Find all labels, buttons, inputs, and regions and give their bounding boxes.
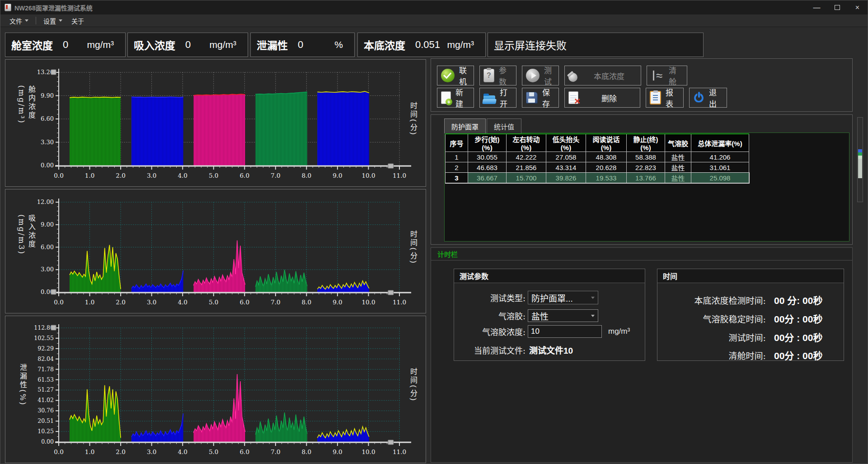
baseline-button[interactable]: 本底浓度 (564, 66, 641, 85)
svg-text:1.0: 1.0 (85, 448, 94, 455)
svg-text:82.04: 82.04 (38, 355, 54, 362)
table-row[interactable]: 336.66715.70039.82619.53313.766盐性25.098 (446, 173, 749, 183)
tab-bar: 防护面罩统计值 (444, 118, 522, 133)
chevron-down-icon (591, 315, 595, 317)
aerosol-concentration-input[interactable] (528, 325, 602, 338)
chevron-down-icon (591, 297, 595, 299)
svg-text:3.00: 3.00 (41, 266, 54, 273)
svg-text:5.0: 5.0 (209, 448, 218, 455)
table-cell: 25.098 (691, 173, 749, 183)
table-row[interactable]: 246.68321.85643.31420.62822.823盐性31.061 (446, 162, 749, 173)
params-button[interactable]: 参数 (479, 66, 516, 85)
menu-about[interactable]: 关于 (67, 15, 89, 27)
report-button[interactable]: 报表 (646, 88, 684, 108)
svg-text:3.0: 3.0 (147, 448, 156, 455)
table-cell: 43.314 (546, 162, 586, 173)
clean-icon (651, 69, 664, 82)
time-row-3: 清舱时间:00分 : 00秒 (657, 348, 844, 362)
menu-bar: 文件设置关于 (0, 14, 868, 27)
minimize-button[interactable]: — (807, 0, 827, 14)
menu-file[interactable]: 文件 (5, 15, 33, 27)
time-row-2: 测试时间:00分 : 00秒 (657, 330, 844, 344)
time-row-0-label: 本底浓度检测时间: (657, 294, 766, 306)
tab-stats[interactable]: 统计值 (487, 118, 521, 133)
tab-mask[interactable]: 防护面罩 (444, 118, 486, 133)
toolbar: 联机参数测试本底浓度清舱 新建打开保存删除报表退出 (431, 58, 853, 112)
open-button-label: 打开 (495, 86, 516, 109)
new-button[interactable]: 新建 (437, 88, 474, 108)
svg-text:1.0: 1.0 (85, 172, 94, 179)
status-row: 舱室浓度0mg/m³吸入浓度0mg/m³泄漏性0%本底浓度0.051mg/m³显… (5, 33, 704, 57)
svg-text:6.0: 6.0 (240, 172, 249, 179)
menu-separator (36, 17, 36, 24)
report-icon (650, 91, 661, 104)
svg-text:61.53: 61.53 (38, 376, 54, 383)
table-cell: 58.388 (627, 152, 665, 162)
exit-button[interactable]: 退出 (689, 88, 727, 108)
clean-button-label: 清舱 (664, 64, 687, 87)
menu-file-label: 文件 (9, 16, 22, 25)
menu-settings[interactable]: 设置 (39, 15, 67, 27)
column-header: 低头抬头(%) (546, 134, 586, 152)
table-cell: 30.055 (468, 152, 507, 162)
table-header-row: 序号步行(始)(%)左右转动(%)低头抬头(%)阅读说话(%)静止(终)(%)气… (446, 134, 749, 152)
svg-text:0.00: 0.00 (41, 162, 54, 169)
open-button[interactable]: 打开 (479, 88, 516, 108)
side-scrollbar[interactable] (857, 117, 863, 202)
save-button[interactable]: 保存 (522, 88, 559, 108)
status-leakage: 泄漏性0% (250, 33, 355, 57)
time-rows: 本底浓度检测时间:00 分: 00秒气溶胶稳定时间:00分 : 00秒测试时间:… (657, 293, 844, 362)
column-header: 总体泄漏率(%) (691, 134, 749, 152)
aerosol-concentration-label: 气溶胶浓度: (454, 326, 525, 337)
column-header: 步行(始)(%) (468, 134, 507, 152)
svg-text:10.0: 10.0 (361, 298, 375, 306)
save-button-label: 保存 (538, 86, 558, 109)
svg-text:6.60: 6.60 (41, 115, 54, 122)
chevron-down-icon (25, 19, 28, 22)
time-axis-title: 时间(分) (408, 230, 418, 264)
time-panel: 时间 本底浓度检测时间:00 分: 00秒气溶胶稳定时间:00分 : 00秒测试… (657, 269, 844, 361)
column-header: 序号 (446, 134, 468, 152)
delete-button[interactable]: 删除 (564, 88, 640, 108)
svg-text:2.0: 2.0 (116, 298, 125, 306)
svg-text:8.0: 8.0 (302, 298, 311, 306)
delete-button-label: 删除 (597, 92, 621, 104)
scrollbar-mark-green (858, 152, 862, 156)
status-inhale-value: 0 (185, 39, 191, 51)
time-row-2-label: 测试时间: (657, 331, 766, 343)
time-row-1: 气溶胶稳定时间:00分 : 00秒 (657, 312, 844, 325)
aerosol-select[interactable]: 盐性 (528, 309, 598, 322)
status-inhale-unit: mg/m³ (210, 39, 237, 50)
open-icon (483, 95, 495, 104)
test-type-select[interactable]: 防护面罩... (528, 291, 598, 304)
svg-text:9.0: 9.0 (333, 448, 342, 455)
test-params-title: 测试参数 (454, 269, 645, 283)
clean-button[interactable]: 清舱 (647, 66, 687, 85)
svg-text:5.0: 5.0 (209, 172, 218, 179)
connect-button[interactable]: 联机 (437, 66, 474, 85)
table-cell: 31.061 (691, 162, 749, 173)
table-cell: 盐性 (665, 162, 691, 173)
time-axis-title: 时间(分) (408, 102, 418, 136)
aerosol-value: 盐性 (531, 310, 549, 322)
status-baseline-unit: mg/m³ (447, 39, 474, 50)
svg-text:3.30: 3.30 (41, 139, 54, 146)
column-header: 左右转动(%) (507, 134, 546, 152)
svg-text:92.29: 92.29 (38, 345, 54, 352)
table-cell: 42.222 (507, 152, 546, 162)
save-icon (526, 92, 538, 104)
svg-text:10.25: 10.25 (38, 428, 54, 435)
svg-text:0.0: 0.0 (54, 448, 63, 455)
test-button[interactable]: 测试 (522, 66, 559, 85)
table-cell: 盐性 (665, 152, 691, 162)
status-baseline-value: 0.051 (415, 39, 440, 51)
scrollbar-thumb[interactable] (858, 149, 862, 178)
svg-text:6.00: 6.00 (41, 244, 54, 251)
svg-text:0.0: 0.0 (54, 172, 63, 179)
time-row-2-value: 00分 : 00秒 (774, 330, 822, 344)
maximize-button[interactable] (827, 0, 847, 14)
y-axis-title: 舱内浓度(mg/m³) (17, 85, 37, 153)
close-button[interactable]: × (847, 0, 868, 14)
table-row[interactable]: 130.05542.22227.05848.30858.388盐性41.206 (446, 152, 749, 162)
toolbar-row-2: 新建打开保存删除报表退出 (437, 88, 852, 108)
